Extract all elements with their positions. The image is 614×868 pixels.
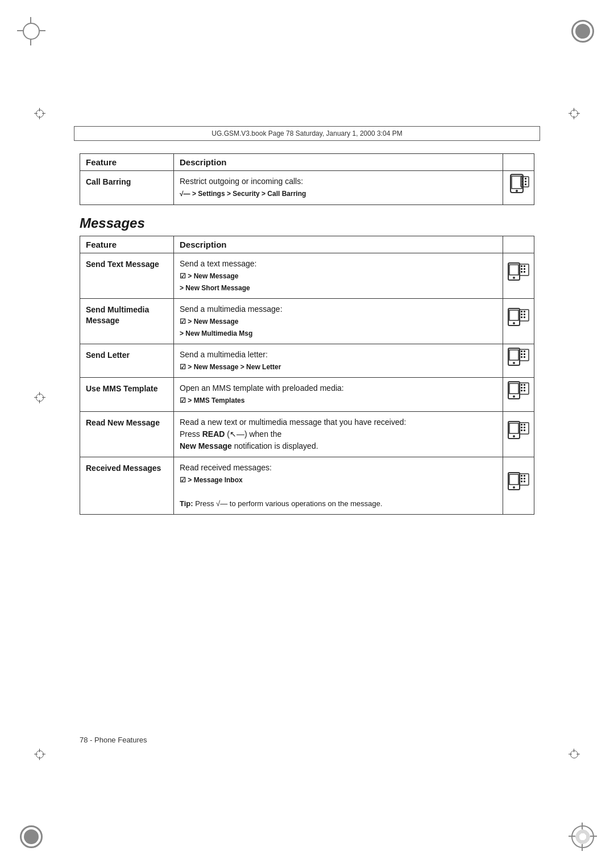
- feature-cell: Send Letter: [80, 344, 174, 378]
- svg-rect-5: [525, 178, 526, 180]
- svg-rect-4: [522, 178, 524, 180]
- description-cell: Send a multimedia message: ☑ > New Messa…: [174, 298, 503, 344]
- svg-rect-39: [524, 356, 525, 358]
- svg-rect-17: [524, 268, 525, 270]
- table-row: Use MMS Template Open an MMS template wi…: [80, 378, 534, 412]
- svg-rect-47: [524, 387, 525, 389]
- svg-rect-35: [524, 350, 525, 352]
- section-title: Messages: [80, 215, 534, 231]
- description-cell: Send a text message: ☑ > New Message > N…: [174, 253, 503, 298]
- svg-rect-69: [524, 481, 525, 482]
- svg-rect-54: [521, 424, 522, 425]
- svg-rect-48: [521, 390, 522, 391]
- svg-rect-64: [521, 475, 522, 477]
- phone-icon: [506, 471, 532, 496]
- svg-rect-15: [524, 265, 525, 267]
- svg-rect-21: [509, 310, 518, 320]
- svg-point-52: [513, 435, 515, 437]
- svg-rect-14: [521, 265, 522, 267]
- svg-rect-31: [509, 350, 518, 360]
- phone-icon: [506, 307, 532, 332]
- header-text: UG.GSM.V3.book Page 78 Saturday, January…: [211, 130, 402, 137]
- icon-cell: [503, 411, 534, 457]
- svg-rect-66: [521, 478, 522, 479]
- phone-icon: [506, 347, 532, 372]
- svg-rect-36: [521, 353, 522, 355]
- feature-cell: Send Text Message: [80, 253, 174, 298]
- feature-cell: Read New Message: [80, 411, 174, 457]
- svg-rect-56: [521, 427, 522, 428]
- description-cell: Restrict outgoing or incoming calls: √— …: [174, 171, 503, 205]
- svg-point-42: [513, 395, 515, 398]
- description-cell: Send a multimedia letter: ☑ > New Messag…: [174, 344, 503, 378]
- svg-point-22: [513, 322, 515, 324]
- table-row: Received Messages Read received messages…: [80, 457, 534, 514]
- svg-rect-46: [521, 387, 522, 389]
- svg-rect-28: [521, 316, 522, 318]
- messages-table: Feature Description Send Text Message Se…: [80, 236, 534, 515]
- svg-rect-51: [509, 423, 518, 433]
- table-row: Send Multimedia Message Send a multimedi…: [80, 298, 534, 344]
- svg-rect-18: [521, 271, 522, 273]
- description-cell: Open an MMS template with preloaded medi…: [174, 378, 503, 412]
- phone-icon: [506, 261, 532, 287]
- feature-cell: Call Barring: [80, 171, 174, 205]
- msg-feature-header: Feature: [80, 236, 174, 253]
- svg-rect-16: [521, 268, 522, 270]
- svg-rect-7: [525, 181, 526, 182]
- svg-rect-24: [521, 311, 522, 312]
- svg-point-62: [513, 486, 515, 489]
- svg-rect-44: [521, 384, 522, 386]
- svg-point-12: [513, 277, 515, 279]
- table-row: Send Text Message Send a text message: ☑…: [80, 253, 534, 298]
- icon-cell: [503, 298, 534, 344]
- page-footer: 78 - Phone Features: [80, 736, 147, 744]
- cb-feature-header: Feature: [80, 154, 174, 171]
- svg-rect-38: [521, 356, 522, 358]
- svg-rect-49: [524, 390, 525, 391]
- svg-rect-61: [509, 474, 518, 485]
- icon-cell: [503, 457, 534, 514]
- svg-rect-59: [524, 429, 525, 431]
- page-header-strip: UG.GSM.V3.book Page 78 Saturday, January…: [74, 126, 540, 141]
- icon-cell: [503, 253, 534, 298]
- feature-cell: Send Multimedia Message: [80, 298, 174, 344]
- phone-icon: [506, 380, 532, 406]
- icon-cell: [503, 378, 534, 412]
- svg-rect-6: [522, 181, 524, 182]
- description-cell: Read received messages: ☑ > Message Inbo…: [174, 457, 503, 514]
- svg-rect-29: [524, 316, 525, 318]
- svg-rect-67: [524, 478, 525, 479]
- svg-rect-37: [524, 353, 525, 355]
- svg-rect-57: [524, 427, 525, 428]
- svg-rect-8: [522, 183, 524, 185]
- svg-point-32: [513, 362, 515, 364]
- svg-rect-27: [524, 314, 525, 315]
- svg-rect-34: [521, 350, 522, 352]
- svg-rect-58: [521, 429, 522, 431]
- feature-cell: Use MMS Template: [80, 378, 174, 412]
- table-row: Call Barring Restrict outgoing or incomi…: [80, 171, 534, 205]
- svg-rect-65: [524, 475, 525, 477]
- cb-description-header: Description: [174, 154, 503, 171]
- feature-cell: Received Messages: [80, 457, 174, 514]
- svg-rect-19: [524, 271, 525, 273]
- svg-rect-55: [524, 424, 525, 425]
- phone-icon: [506, 420, 532, 445]
- phone-icon: [506, 173, 532, 199]
- main-content: Feature Description Call Barring Restric…: [80, 153, 534, 519]
- svg-rect-11: [509, 265, 518, 275]
- svg-rect-41: [509, 383, 518, 394]
- icon-cell: [503, 171, 534, 205]
- svg-rect-45: [524, 384, 525, 386]
- icon-cell: [503, 344, 534, 378]
- svg-rect-25: [524, 311, 525, 312]
- svg-rect-9: [525, 183, 526, 185]
- svg-point-2: [516, 190, 518, 192]
- svg-rect-68: [521, 481, 522, 482]
- call-barring-table: Feature Description Call Barring Restric…: [80, 153, 534, 205]
- msg-description-header: Description: [174, 236, 503, 253]
- table-row: Read New Message Read a new text or mult…: [80, 411, 534, 457]
- table-row: Send Letter Send a multimedia letter: ☑ …: [80, 344, 534, 378]
- description-cell: Read a new text or multimedia message th…: [174, 411, 503, 457]
